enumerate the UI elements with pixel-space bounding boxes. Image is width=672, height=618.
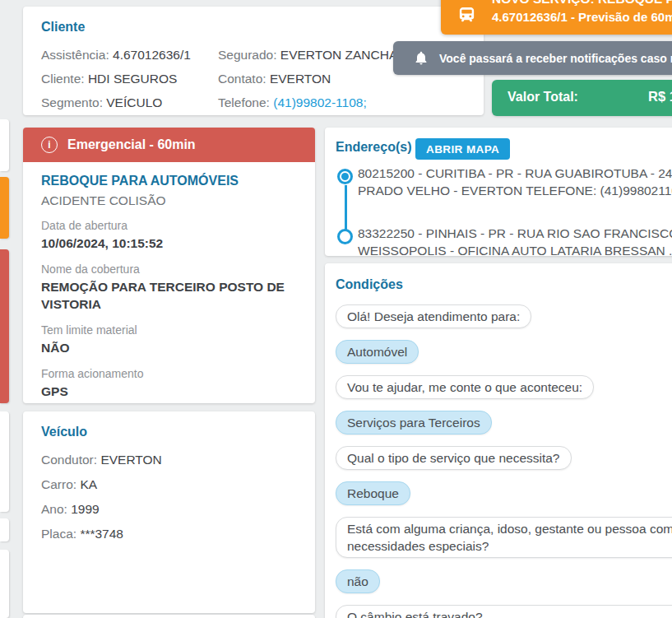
destination-address: 83322250 - PINHAIS - PR - RUA RIO SAO FR… — [358, 225, 672, 259]
client-card-title: Cliente — [41, 20, 85, 35]
total-value-card: Valor Total: R$ 1 — [492, 80, 672, 116]
service-card: i Emergencial - 60min REBOQUE PARA AUTOM… — [23, 128, 315, 403]
conditions-card: Condições Olá! Deseja atendimento para: … — [325, 263, 672, 618]
hidden-column-card — [0, 411, 9, 512]
driver-field: Condutor: EVERTON — [41, 448, 162, 472]
address-card-title: Endereço(s) — [336, 140, 411, 155]
total-value: R$ 1 — [648, 89, 672, 105]
chat-answer-bubble: Automóvel — [336, 340, 419, 364]
vehicle-details: Condutor: EVERTON Carro: KA Ano: 1999 Pl… — [41, 448, 162, 546]
open-map-button[interactable]: ABRIR MAPA — [415, 138, 510, 160]
notification-banner[interactable]: Você passará a receber notificações caso… — [393, 41, 672, 75]
conditions-card-title: Condições — [336, 277, 403, 292]
address-card: Endereço(s) ABRIR MAPA 80215200 - CURITI… — [325, 128, 672, 256]
new-service-toast[interactable]: NOVO SERVIÇO: REBOQUE PARA AUTOMÓVEIS 4.… — [441, 0, 672, 35]
priority-label: Emergencial - 60min — [67, 137, 196, 152]
notification-text: Você passará a receber notificações caso… — [439, 52, 672, 65]
service-detail-page: Cliente Assistência: 4.67012636/1 Client… — [0, 0, 672, 618]
chat-answer-bubble: Reboque — [336, 481, 410, 505]
bell-icon — [413, 50, 429, 67]
coverage-name-field: Nome da cobertura REMOÇÃO PARA TERCEIRO … — [41, 263, 297, 313]
car-icon — [457, 5, 476, 24]
material-limit-field: Tem limite material NÃO — [41, 323, 297, 356]
chat-question-bubble: O câmbio está travado? — [336, 605, 672, 618]
hidden-column-card — [0, 550, 9, 618]
assistance-field: Assistência: 4.67012636/1 — [41, 43, 222, 67]
toast-title: NOVO SERVIÇO: REBOQUE PARA AUTOMÓVEIS — [492, 0, 672, 8]
next-card-edge — [23, 615, 315, 618]
client-field: Cliente: HDI SEGUROS — [41, 67, 222, 91]
total-label: Valor Total: — [507, 90, 578, 105]
chat-answer-bubble: não — [336, 569, 380, 593]
activation-mode-field: Forma acionamento GPS — [41, 367, 297, 400]
vehicle-card: Veículo Condutor: EVERTON Carro: KA Ano:… — [23, 411, 315, 613]
phone-field: Telefone: (41)99802-1108; — [218, 91, 465, 114]
origin-address: 80215200 - CURITIBA - PR - RUA GUABIROTU… — [358, 165, 672, 199]
chat-answer-bubble: Serviços para Terceiros — [336, 411, 492, 434]
hidden-column-card — [0, 249, 9, 403]
chat-transcript: Olá! Deseja atendimento para: Automóvel … — [336, 304, 672, 618]
year-field: Ano: 1999 — [41, 497, 162, 522]
service-name: REBOQUE PARA AUTOMÓVEIS — [41, 174, 297, 188]
chat-question-bubble: Está com alguma criança, idoso, gestante… — [336, 517, 672, 558]
phone-link[interactable]: (41)99802-1108; — [273, 95, 366, 109]
hidden-column-card — [0, 177, 9, 239]
hidden-column-card — [0, 119, 9, 171]
vehicle-card-title: Veículo — [41, 425, 87, 439]
hidden-column-card — [0, 518, 9, 541]
destination-marker-icon — [337, 229, 353, 244]
origin-marker-icon — [337, 169, 353, 184]
chat-question-bubble: Vou te ajudar, me conte o que aconteceu: — [336, 375, 594, 399]
info-icon: i — [41, 137, 58, 153]
chat-question-bubble: Qual o tipo de serviço que necessita? — [336, 446, 572, 470]
car-field: Carro: KA — [41, 472, 162, 497]
segment-field: Segmento: VEÍCULO — [41, 91, 222, 114]
service-details: REBOQUE PARA AUTOMÓVEIS ACIDENTE COLISÃO… — [41, 174, 297, 400]
service-cause: ACIDENTE COLISÃO — [41, 193, 297, 208]
chat-question-bubble: Olá! Deseja atendimento para: — [336, 304, 531, 328]
plate-field: Placa: ***3748 — [41, 522, 162, 546]
toast-subtitle: 4.67012636/1 - Previsão de 60min — [492, 8, 672, 26]
client-column-left: Assistência: 4.67012636/1 Cliente: HDI S… — [41, 43, 222, 114]
open-date-field: Data de abertura 10/06/2024, 10:15:52 — [41, 219, 297, 252]
route-line — [345, 185, 347, 230]
priority-banner: i Emergencial - 60min — [23, 128, 315, 162]
